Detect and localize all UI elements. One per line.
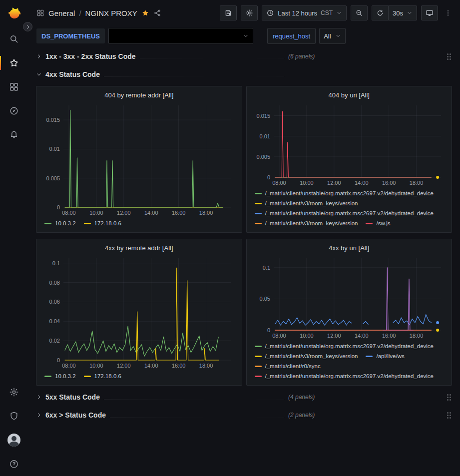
breadcrumb-section[interactable]: General: [48, 9, 75, 17]
navbar: General / NGINX PROXY Last 12 hours CST: [27, 0, 460, 26]
sidebar-item-configuration[interactable]: [0, 380, 27, 404]
time-series-chart[interactable]: 08:0010:0012:0014:0016:0018:0000.0050.01…: [251, 101, 448, 187]
svg-text:08:00: 08:00: [272, 180, 286, 186]
chevron-right-icon: [36, 394, 42, 400]
sidebar-item-starred[interactable]: [0, 51, 27, 75]
request-host-select[interactable]: All: [319, 28, 345, 44]
svg-text:0.1: 0.1: [262, 265, 270, 271]
svg-text:0.015: 0.015: [256, 113, 270, 119]
legend-item[interactable]: /sw.js: [366, 218, 390, 228]
svg-text:0: 0: [267, 174, 270, 180]
legend-item[interactable]: 172.18.0.6: [84, 371, 121, 381]
zoom-out-time-button[interactable]: [351, 5, 368, 20]
gear-icon: [245, 9, 253, 17]
legend-label: /api/live/ws: [376, 351, 404, 361]
sidebar-item-explore[interactable]: [0, 99, 27, 123]
avatar: [7, 434, 20, 447]
time-series-chart[interactable]: 08:0010:0012:0014:0016:0018:0000.020.040…: [40, 254, 238, 370]
variables-bar: DS_PROMETHEUS request_host All: [27, 26, 460, 46]
legend-item[interactable]: /_matrix/client/v3/room_keys/version: [255, 218, 358, 228]
help-icon: [9, 459, 19, 469]
chevron-down-icon: [407, 10, 413, 16]
sidebar-item-server-admin[interactable]: [0, 404, 27, 428]
datasource-select[interactable]: [108, 28, 253, 44]
row-panel-count: (4 panels): [288, 394, 315, 401]
chart-svg: 08:0010:0012:0014:0016:0018:0000.020.040…: [40, 254, 238, 370]
legend-item[interactable]: /_matrix/client/r0/sync: [255, 361, 321, 371]
panel-title[interactable]: 404 by remote addr [All]: [40, 88, 238, 101]
variable-label-datasource: DS_PROMETHEUS: [36, 28, 105, 43]
legend-swatch: [255, 223, 262, 224]
sidebar-item-alerting[interactable]: [0, 123, 27, 147]
save-icon: [224, 9, 232, 17]
sidebar-item-search[interactable]: [0, 27, 27, 51]
legend-swatch: [84, 376, 91, 377]
time-range-picker[interactable]: Last 12 hours CST: [262, 5, 347, 20]
sidebar-expand-button[interactable]: [23, 22, 32, 31]
svg-text:0.1: 0.1: [52, 260, 60, 266]
legend-swatch: [255, 356, 262, 357]
panel-title[interactable]: 4xx by remote addr [All]: [40, 241, 238, 254]
panel-title[interactable]: 4xx by uri [All]: [251, 241, 448, 254]
chevron-down-icon: [336, 10, 342, 16]
gear-icon: [9, 387, 19, 397]
row-5xx[interactable]: 5xx Status Code (4 panels): [36, 391, 452, 404]
svg-text:0: 0: [57, 204, 60, 210]
panel-grid: 404 by remote addr [All] 08:0010:0012:00…: [36, 86, 452, 386]
variable-label-request-host[interactable]: request_host: [267, 28, 316, 44]
clock-icon: [266, 9, 274, 17]
dashboard-settings-button[interactable]: [241, 5, 258, 20]
chevron-down-icon: [36, 71, 42, 77]
row-6xx[interactable]: 6xx > Status Code (2 panels): [36, 409, 452, 422]
svg-text:12:00: 12:00: [117, 363, 131, 369]
row-1xx-3xx-2xx[interactable]: 1xx - 3xx - 2xx Status Code (6 panels): [36, 50, 452, 63]
svg-text:16:00: 16:00: [172, 363, 186, 369]
legend-label: /_matrix/client/unstable/org.matrix.msc2…: [265, 208, 434, 218]
legend-item[interactable]: /_matrix/client/v3/room_keys/version: [255, 198, 358, 208]
svg-text:18:00: 18:00: [409, 180, 423, 186]
legend-label: /_matrix/client/r0/sync: [265, 361, 321, 371]
svg-text:18:00: 18:00: [199, 363, 213, 369]
refresh-interval-dropdown[interactable]: 30s: [388, 5, 417, 20]
time-series-chart[interactable]: 08:0010:0012:0014:0016:0018:0000.0050.01…: [40, 101, 238, 217]
panel-title[interactable]: 404 by uri [All]: [251, 88, 448, 101]
legend-label: /_matrix/client/v3/room_keys/version: [265, 218, 358, 228]
refresh-button[interactable]: [372, 5, 389, 20]
legend-item[interactable]: 10.0.3.2: [44, 218, 76, 228]
more-options-button[interactable]: [442, 5, 454, 20]
save-dashboard-button[interactable]: [220, 5, 237, 20]
row-drag-handle[interactable]: [447, 412, 451, 419]
svg-text:14:00: 14:00: [354, 333, 368, 339]
legend-swatch: [255, 203, 262, 204]
sidebar-item-dashboards[interactable]: [0, 75, 27, 99]
row-4xx[interactable]: 4xx Status Code: [36, 68, 452, 81]
row-title: 1xx - 3xx - 2xx Status Code: [45, 52, 136, 60]
legend-item[interactable]: /api/live/ws: [366, 351, 404, 361]
svg-text:0.06: 0.06: [49, 299, 60, 305]
share-icon[interactable]: [153, 9, 161, 17]
legend-label: /_matrix/client/v3/room_keys/version: [265, 198, 358, 208]
row-title: 4xx Status Code: [45, 70, 100, 78]
row-drag-handle[interactable]: [447, 53, 451, 60]
legend-item[interactable]: /_matrix/client/unstable/org.matrix.msc2…: [255, 208, 434, 218]
legend-item[interactable]: /_matrix/client/unstable/org.matrix.msc2…: [255, 188, 434, 198]
grafana-logo[interactable]: [5, 6, 22, 23]
row-drag-handle[interactable]: [447, 394, 451, 401]
favorite-star-icon[interactable]: [141, 9, 149, 17]
legend-item[interactable]: /_matrix/client/unstable/org.matrix.msc2…: [255, 371, 434, 381]
svg-text:10:00: 10:00: [300, 333, 314, 339]
legend-item[interactable]: 172.18.0.6: [84, 218, 121, 228]
legend-label: 172.18.0.6: [94, 371, 121, 381]
row-title: 5xx Status Code: [45, 393, 100, 401]
svg-text:12:00: 12:00: [327, 180, 341, 186]
dashboard-title[interactable]: NGINX PROXY: [85, 9, 137, 17]
time-series-chart[interactable]: 08:0010:0012:0014:0016:0018:0000.050.1: [251, 254, 448, 340]
tv-mode-button[interactable]: [421, 5, 438, 20]
sidebar-item-profile[interactable]: [0, 428, 27, 452]
legend-item[interactable]: /_matrix/client/v3/room_keys/version: [255, 351, 358, 361]
panel-404-by-remote-addr: 404 by remote addr [All] 08:0010:0012:00…: [36, 86, 242, 233]
sidebar-item-help[interactable]: [0, 452, 27, 476]
legend-item[interactable]: 10.0.3.2: [44, 371, 76, 381]
time-zone-label: CST: [321, 9, 333, 16]
legend-item[interactable]: /_matrix/client/unstable/org.matrix.msc2…: [255, 341, 434, 351]
